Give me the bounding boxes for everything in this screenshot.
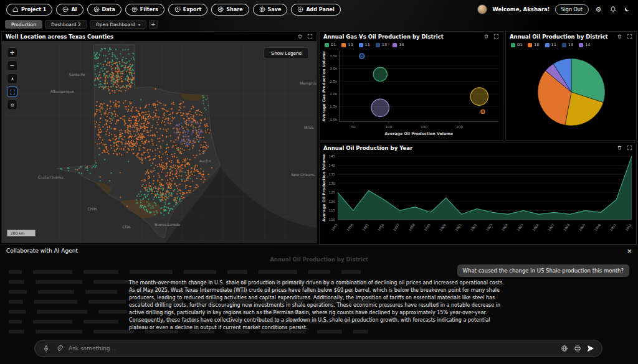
ai-response-text: The month-over-month change in U.S. shal… xyxy=(129,279,507,332)
project-button[interactable]: Project 1 xyxy=(6,4,52,16)
svg-text:1996: 1996 xyxy=(377,223,384,231)
legend-label: 10 xyxy=(348,42,353,47)
svg-text:125: 125 xyxy=(329,190,336,194)
expand-panel-icon[interactable] xyxy=(627,145,632,151)
map-panel-header: Well Location across Texas Counties xyxy=(2,32,317,41)
share-button[interactable]: Share xyxy=(211,4,249,16)
ai-button[interactable]: AI xyxy=(56,4,83,16)
export-icon xyxy=(174,6,181,12)
expand-panel-icon[interactable] xyxy=(493,34,499,39)
save-label: Save xyxy=(268,7,282,12)
export-label: Export xyxy=(183,7,202,12)
open-dashboard-label: Open Dashboard xyxy=(96,22,135,27)
chat-icon xyxy=(62,6,69,12)
sign-out-button[interactable]: Sign Out xyxy=(555,4,589,15)
export-button[interactable]: Export xyxy=(168,4,208,16)
chevron-down-icon: ▾ xyxy=(138,22,140,27)
legend-item-14[interactable]: 14 xyxy=(579,42,590,47)
ask-input-bar xyxy=(34,340,602,357)
theme-moon-icon[interactable] xyxy=(622,5,632,14)
geolocate-icon[interactable] xyxy=(7,100,17,110)
send-icon[interactable] xyxy=(587,345,594,352)
map-controls: + − xyxy=(7,47,17,110)
legend-label: 13 xyxy=(382,42,387,47)
open-dashboard-dropdown[interactable]: Open Dashboard ▾ xyxy=(90,20,146,29)
avatar[interactable] xyxy=(477,4,487,14)
pie-panel-title: Annual Oil Production by District xyxy=(510,34,608,40)
map-panel-title: Well Location across Texas Counties xyxy=(6,34,113,40)
add-tab-button[interactable]: + xyxy=(149,20,158,29)
scatter-panel: Annual Gas Vs Oil Production by District… xyxy=(319,31,503,141)
svg-text:145: 145 xyxy=(329,154,336,158)
delete-panel-icon[interactable] xyxy=(483,34,489,39)
zoom-in-button[interactable]: + xyxy=(7,47,17,58)
svg-text:Average Oil Production Volume: Average Oil Production Volume xyxy=(321,154,326,222)
legend-item-13[interactable]: 13 xyxy=(562,42,573,47)
microphone-icon[interactable] xyxy=(42,345,50,352)
globe-icon[interactable] xyxy=(561,345,568,352)
legend-item-10[interactable]: 10 xyxy=(341,42,353,47)
legend-item-01[interactable]: 01 xyxy=(511,42,522,47)
svg-text:120: 120 xyxy=(329,200,336,203)
svg-text:2012: 2012 xyxy=(624,223,632,231)
delete-panel-icon[interactable] xyxy=(617,145,622,151)
legend-item-11[interactable]: 11 xyxy=(359,42,370,47)
legend-item-11[interactable]: 11 xyxy=(545,42,556,47)
share-icon xyxy=(217,6,224,12)
legend-label: 14 xyxy=(399,42,404,47)
svg-text:2004: 2004 xyxy=(501,223,509,232)
add-panel-button[interactable]: Add Panel xyxy=(291,4,340,16)
paperclip-icon[interactable] xyxy=(55,345,63,352)
svg-text:3.0k: 3.0k xyxy=(330,67,338,70)
save-button[interactable]: Save xyxy=(253,4,288,16)
legend-item-14[interactable]: 14 xyxy=(393,42,404,47)
legend-item-01[interactable]: 01 xyxy=(325,42,336,47)
delete-panel-icon[interactable] xyxy=(297,34,303,39)
settings-gear-icon[interactable]: ⚙ xyxy=(594,5,603,14)
area-panel: Annual Oil Production by Year 1101151201… xyxy=(319,142,637,245)
svg-text:1998: 1998 xyxy=(408,223,416,231)
scatter-panel-header: Annual Gas Vs Oil Production by District xyxy=(320,32,503,41)
show-legend-button[interactable]: Show Legend xyxy=(264,47,309,59)
zoom-out-button[interactable]: − xyxy=(7,60,17,71)
svg-text:New Orleans: New Orleans xyxy=(291,172,315,177)
ai-label: AI xyxy=(71,7,77,12)
legend-item-13[interactable]: 13 xyxy=(376,42,387,47)
notifications-bell-icon[interactable] xyxy=(608,5,617,14)
legend-label: 11 xyxy=(365,42,370,47)
pie-panel-header: Annual Oil Production by District xyxy=(506,32,636,41)
ask-input[interactable] xyxy=(69,345,555,352)
svg-text:2.0k: 2.0k xyxy=(330,92,338,96)
svg-text:2.5k: 2.5k xyxy=(330,80,338,83)
compass-icon[interactable] xyxy=(7,73,17,84)
svg-text:2011: 2011 xyxy=(609,223,616,231)
svg-text:140: 140 xyxy=(329,164,336,167)
texas-wells-map[interactable]: Santa FeAlbuquerqueCiudad JuarezCHIH.COA… xyxy=(2,41,317,243)
svg-text:2007: 2007 xyxy=(547,223,555,231)
save-icon xyxy=(259,6,265,12)
expand-panel-icon[interactable] xyxy=(627,34,632,39)
svg-text:Average Gas Production Volume: Average Gas Production Volume xyxy=(321,51,326,121)
fullscreen-map-icon[interactable] xyxy=(7,86,17,97)
gas-vs-oil-scatter-chart: 1.0k1.5k2.0k2.5k3.0k3.5k50100150200Avera… xyxy=(320,49,503,137)
svg-text:130: 130 xyxy=(329,182,336,185)
close-icon[interactable]: × xyxy=(627,247,632,255)
svg-text:2000: 2000 xyxy=(439,223,446,231)
data-button[interactable]: Data xyxy=(87,4,121,16)
legend-swatch xyxy=(376,43,380,47)
expand-panel-icon[interactable] xyxy=(307,34,313,39)
home-icon xyxy=(12,6,19,12)
tab-dashboard-2[interactable]: Dashboard 2 xyxy=(45,20,87,29)
web-icon[interactable] xyxy=(574,345,581,352)
tab-production[interactable]: Production xyxy=(5,20,42,29)
map-scale-bar: 200 km xyxy=(7,230,36,236)
svg-text:MISS.: MISS. xyxy=(304,125,314,129)
delete-panel-icon[interactable] xyxy=(617,34,622,39)
svg-text:200: 200 xyxy=(456,125,463,129)
svg-text:1.0k: 1.0k xyxy=(330,118,338,121)
svg-text:3.5k: 3.5k xyxy=(330,54,338,58)
ghost-panel-title: Annual Oil Production by District xyxy=(0,256,638,263)
legend-item-10[interactable]: 10 xyxy=(528,42,539,47)
filters-button[interactable]: Filters xyxy=(125,4,164,16)
svg-text:Austin: Austin xyxy=(199,159,211,163)
